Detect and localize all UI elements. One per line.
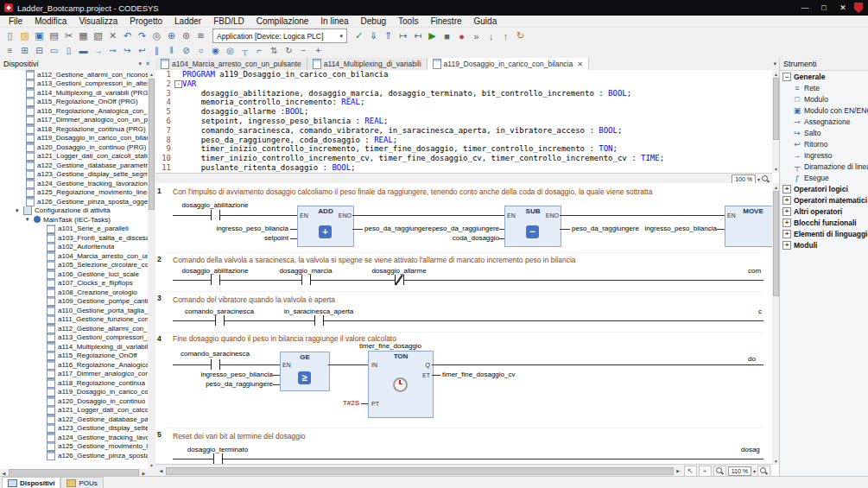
code-line[interactable]: peso_da_raggiungere, coda_dosaggio : REA… bbox=[182, 136, 397, 145]
operand-label[interactable]: setpoint bbox=[190, 234, 288, 242]
operand-label[interactable]: ingresso_peso_bilancia bbox=[173, 371, 273, 378]
st-line[interactable]: 11 puslante_ritenta_dosaggio : BOOL; bbox=[157, 163, 772, 173]
device-tree-pou-item[interactable]: a119_Dosaggio_in_carico_con_bilancia (P bbox=[0, 134, 148, 143]
close-tab-icon[interactable]: ✕ bbox=[577, 60, 583, 68]
minimize-button[interactable]: — bbox=[795, 0, 814, 16]
ladder-zoom-level[interactable]: 110 % bbox=[728, 466, 751, 476]
category-blocchi-funzionali[interactable]: Blocchi funzionali bbox=[780, 217, 868, 228]
ladder-horizontal-scrollbar[interactable]: ◀ ▶ bbox=[157, 467, 682, 475]
tab-a114-multiplexing[interactable]: a114_Multiplexing_di_variabili bbox=[307, 58, 428, 70]
code-line[interactable]: PROGRAM a119_Dosaggio_in_carico_con_bila… bbox=[182, 70, 388, 79]
reset-icon[interactable]: ↻ bbox=[513, 29, 528, 42]
zoom-tool-icon[interactable] bbox=[713, 466, 726, 477]
pan-tool-icon[interactable]: + bbox=[699, 466, 712, 477]
st-line[interactable]: 10 timer_inizio_controllo_incremento_cv,… bbox=[157, 154, 772, 163]
coil-label[interactable]: dosag bbox=[741, 446, 760, 453]
tool-ritorno[interactable]: ↩ Ritorno bbox=[780, 138, 868, 149]
device-tree-task-call-item[interactable]: a106_Gestione_luci_scale bbox=[0, 269, 148, 279]
network-comment[interactable]: Comando della valvola a saracinesca, la … bbox=[173, 256, 576, 264]
panel-close-icon[interactable]: ✕ bbox=[143, 60, 152, 67]
menu-item[interactable]: Finestre bbox=[424, 16, 467, 27]
st-line[interactable]: 3 dosaggio_abilitazione, dosaggio_marcia… bbox=[157, 89, 772, 98]
breakpoint-icon[interactable]: ● bbox=[454, 29, 469, 42]
scrollbar-thumb[interactable] bbox=[773, 78, 779, 140]
ge-block[interactable]: GE EN ≥ bbox=[280, 352, 330, 391]
expand-icon[interactable] bbox=[782, 230, 791, 238]
scrollbar-thumb[interactable] bbox=[166, 467, 674, 475]
save-project-icon[interactable]: ▣ bbox=[32, 29, 47, 42]
undo-icon[interactable]: ↶ bbox=[120, 29, 135, 42]
operand-label[interactable]: peso_da_raggiungere bbox=[401, 225, 499, 232]
move-block[interactable]: MOVE EN bbox=[725, 206, 772, 247]
device-tree-task-call-item[interactable]: a115_Regolazione_OnOff bbox=[0, 352, 148, 361]
st-line[interactable]: 6 setpoint, ingresso_peso_bilancia : REA… bbox=[157, 117, 772, 126]
st-line[interactable]: 1PROGRAM a119_Dosaggio_in_carico_con_bil… bbox=[157, 70, 772, 79]
generate-code-icon[interactable]: ⊛ bbox=[179, 29, 193, 42]
project-settings-icon[interactable]: ≋ bbox=[193, 29, 208, 42]
st-declaration-editor[interactable]: 1PROGRAM a119_Dosaggio_in_carico_con_bil… bbox=[155, 70, 772, 173]
tool-esegue[interactable]: ƒ Esegue bbox=[780, 172, 868, 183]
device-tree-task-call-item[interactable]: a118_Regolazione_continua bbox=[0, 378, 148, 388]
contact[interactable] bbox=[314, 315, 324, 326]
code-line[interactable]: dosaggio_abilitazione, dosaggio_marcia, … bbox=[182, 89, 631, 98]
tool-modulo-en-enq[interactable]: ▣ Modulo con EN/ENQ bbox=[780, 105, 868, 116]
code-line[interactable]: timer_inizio_controllo_incremento_cv, ti… bbox=[182, 154, 664, 163]
network-comment[interactable]: Reset dei vari bit al termine del dosagg… bbox=[173, 432, 306, 440]
menu-item[interactable]: Tools bbox=[392, 16, 424, 27]
new-project-icon[interactable]: ▯ bbox=[3, 29, 17, 42]
device-tree-task-call-item[interactable]: a124_Gestione_tracking_lavoraz bbox=[0, 433, 148, 442]
category-moduli[interactable]: Moduli bbox=[780, 239, 868, 250]
negated-contact[interactable] bbox=[395, 275, 404, 285]
contact-label[interactable]: dosaggio_abilitazione bbox=[172, 267, 258, 275]
coil-label[interactable]: do bbox=[748, 355, 756, 363]
operand-label[interactable]: peso_da_raggiungere bbox=[173, 380, 273, 388]
insert-contact-icon[interactable]: ∥ bbox=[149, 44, 164, 57]
device-tree-pou-item[interactable]: a120_Dosaggio_in_continuo (PRG) bbox=[0, 143, 148, 152]
code-line[interactable]: memoria_controllo_incremento: REAL; bbox=[182, 98, 364, 107]
device-tree-pou-item[interactable]: a126_Gestione_pinza_sposta_oggetti (PF bbox=[0, 197, 148, 206]
coil-label[interactable]: com bbox=[748, 267, 761, 275]
negate-icon[interactable]: ⌐ bbox=[252, 44, 267, 57]
device-tree-task-call-item[interactable]: a111_Gestione_funzione_comple bbox=[0, 315, 148, 325]
menu-item[interactable]: Compilazione bbox=[250, 16, 315, 27]
network-4[interactable]: 4 Fine dosaggio quando il peso in bilanc… bbox=[168, 333, 763, 428]
network-2[interactable]: 2 Comando della valvola a saracinesca, l… bbox=[168, 253, 763, 292]
edge-detection-icon[interactable]: ⇅ bbox=[267, 44, 282, 57]
device-tree-task-call-item[interactable]: a109_Gestione_pompe_cantina bbox=[0, 297, 148, 307]
network-5[interactable]: 5 Reset dei vari bit al termine del dosa… bbox=[168, 428, 763, 465]
coil-label[interactable]: c bbox=[758, 307, 762, 315]
magnifier-icon[interactable] bbox=[762, 175, 770, 183]
network-comment[interactable]: Comando del vibratore quando la valvola … bbox=[173, 295, 335, 304]
tool-ingresso[interactable]: → Ingresso bbox=[780, 149, 868, 161]
insert-branch-icon[interactable]: ┬ bbox=[238, 44, 252, 57]
contact-label[interactable]: in_saracinesca_aperta bbox=[276, 307, 362, 315]
st-line[interactable]: 7 comando_saracinesca, comando_vibratore… bbox=[157, 126, 772, 136]
menu-item[interactable]: Progetto bbox=[124, 16, 168, 27]
st-line[interactable]: 5 dosaggio_allarme :BOOL; bbox=[157, 107, 772, 117]
insert-parallel-contact-icon[interactable]: ‖ bbox=[164, 44, 179, 57]
update-parameters-icon[interactable]: ↻ bbox=[282, 44, 296, 57]
contact[interactable] bbox=[211, 359, 220, 370]
ladder-editor[interactable]: 1 Con l'impulso di avviamento dosaggio c… bbox=[155, 183, 772, 465]
device-tree-task-configuration[interactable]: ▾ Configurazione di attività bbox=[0, 206, 148, 216]
add-block[interactable]: ADD EN ENO + bbox=[297, 206, 354, 247]
device-tree-pou-item[interactable]: a115_Regolazione_OnOff (PRG) bbox=[0, 98, 148, 107]
menu-item[interactable]: Visualizza bbox=[73, 16, 124, 27]
scrollbar-thumb[interactable] bbox=[149, 79, 155, 210]
stop-icon[interactable]: ■ bbox=[440, 29, 454, 42]
scrollbar-thumb[interactable] bbox=[773, 191, 779, 296]
expand-icon[interactable] bbox=[782, 207, 791, 216]
find-replace-icon[interactable]: ◎ bbox=[149, 29, 164, 42]
operand-label[interactable]: timer_fine_dosaggio_cv bbox=[442, 371, 516, 378]
chevron-down-icon[interactable]: ▾ bbox=[753, 468, 756, 474]
application-combo[interactable]: Application [Device: Logica PLC] ▾ bbox=[212, 29, 347, 43]
login-icon[interactable]: ↦ bbox=[396, 29, 410, 42]
timer-instance-label[interactable]: timer_fine_dosaggio bbox=[359, 342, 421, 350]
expand-icon[interactable] bbox=[782, 185, 791, 193]
chevron-down-icon[interactable]: ▾ bbox=[757, 176, 760, 182]
device-tree-task-call-item[interactable]: a126_Gestione_pinza_sposta_og bbox=[0, 451, 148, 460]
insert-set-coil-icon[interactable]: ◉ bbox=[208, 44, 223, 57]
device-tree-task-call-item[interactable]: a103_Fronti_salita_e_discesa bbox=[0, 233, 148, 243]
tool-modulo[interactable]: □ Modulo bbox=[780, 93, 868, 105]
network-1[interactable]: 1 Con l'impulso di avviamento dosaggio c… bbox=[168, 185, 763, 253]
